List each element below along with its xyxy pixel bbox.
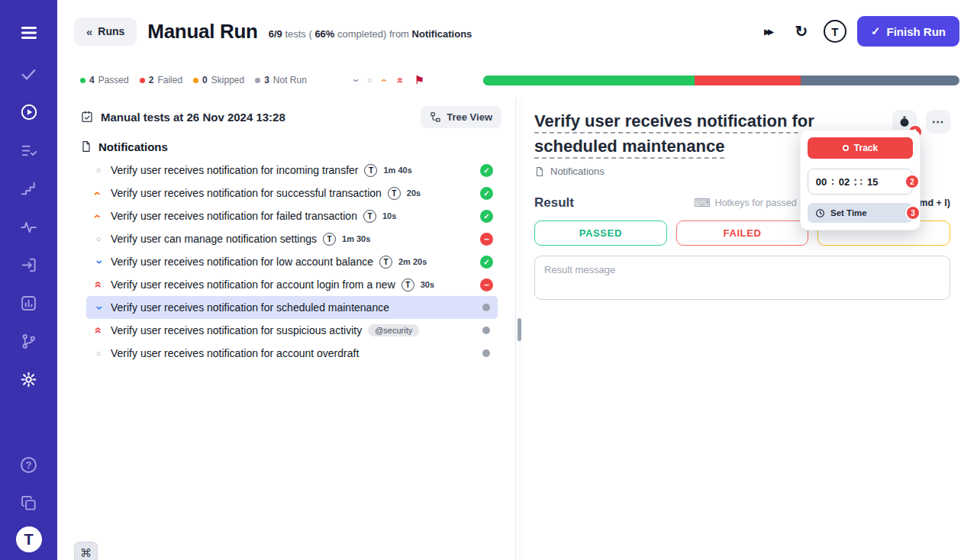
back-to-runs-button[interactable]: « Runs bbox=[74, 18, 137, 46]
check-icon: ✓ bbox=[871, 24, 881, 38]
tour-step-badge: 3 bbox=[907, 207, 919, 219]
retry-icon: ↻ bbox=[795, 22, 808, 40]
question-mark-icon: ? bbox=[21, 457, 37, 473]
priority-icon bbox=[92, 210, 105, 223]
import-icon[interactable] bbox=[12, 246, 46, 284]
automated-badge-icon: T bbox=[401, 278, 414, 291]
hours-input[interactable] bbox=[813, 176, 830, 188]
copy-docs-icon[interactable] bbox=[12, 484, 46, 522]
help-icon[interactable]: ? bbox=[12, 446, 46, 484]
priority-icon bbox=[92, 166, 105, 175]
stat-dot-0 bbox=[80, 78, 85, 83]
suite-group-notifications[interactable]: Notifications bbox=[57, 134, 515, 159]
stopwatch-icon bbox=[898, 115, 911, 128]
test-title: Verify user receives notification for su… bbox=[111, 324, 362, 336]
progress-passed bbox=[483, 76, 695, 85]
result-message-input[interactable] bbox=[534, 256, 950, 300]
test-row[interactable]: Verify user receives notification for ac… bbox=[86, 342, 498, 365]
menu-icon[interactable] bbox=[12, 11, 46, 55]
file-icon bbox=[80, 140, 92, 153]
reports-icon[interactable] bbox=[12, 284, 46, 322]
branch-icon[interactable] bbox=[12, 322, 46, 360]
test-row[interactable]: Verify user can manage notification sett… bbox=[86, 227, 498, 250]
minutes-stepper[interactable]: ▴▾ bbox=[854, 176, 856, 187]
test-row[interactable]: Verify user receives notification for fa… bbox=[86, 204, 498, 227]
automated-badge-icon: T bbox=[364, 164, 377, 177]
test-status-icon bbox=[480, 210, 493, 223]
run-icon bbox=[80, 110, 94, 124]
test-title: Verify user receives notification for ac… bbox=[111, 347, 359, 359]
test-status-icon bbox=[480, 164, 493, 177]
file-icon bbox=[534, 166, 545, 177]
seconds-input[interactable] bbox=[864, 176, 881, 188]
progress-failed bbox=[695, 76, 800, 85]
result-heading: Result bbox=[534, 195, 574, 211]
stat-notrun: 3 Not Run bbox=[255, 75, 307, 85]
test-row[interactable]: Verify user receives notification for sc… bbox=[86, 296, 498, 319]
filter-double-chevron-icon[interactable]: « bbox=[395, 77, 406, 83]
test-duration: 2m 20s bbox=[398, 257, 427, 266]
stat-dot-1 bbox=[140, 78, 145, 83]
automated-badge-icon: T bbox=[388, 187, 401, 200]
priority-icon bbox=[92, 278, 105, 291]
rerun-timer-button[interactable]: ↻ bbox=[790, 20, 813, 43]
filter-chevron-up-icon[interactable]: ‹ bbox=[379, 79, 391, 82]
app-logo[interactable]: T bbox=[16, 526, 42, 552]
test-row[interactable]: Verify user receives notification for in… bbox=[86, 159, 498, 182]
filter-flag-icon[interactable]: ⚑ bbox=[414, 75, 424, 85]
passed-button[interactable]: PASSED bbox=[534, 220, 667, 246]
minutes-input[interactable] bbox=[836, 176, 853, 188]
time-inputs: : ▴▾ : 2 bbox=[808, 169, 913, 195]
run-header: Manual tests at 26 Nov 2024 13:28 Tree V… bbox=[57, 98, 515, 134]
time-tracking-popup: Track : ▴▾ : 2 Set Time 3 bbox=[800, 130, 921, 230]
settings-gear-icon[interactable] bbox=[12, 360, 46, 398]
test-title: Verify user receives notification for ac… bbox=[111, 278, 395, 291]
app-window: ? T « Runs Manual Run 6/9 tests ( 66% co… bbox=[0, 0, 977, 560]
keyboard-icon: ⌨ bbox=[694, 196, 711, 210]
failed-button[interactable]: FAILED bbox=[676, 220, 809, 246]
finish-run-button[interactable]: ✓ Finish Run bbox=[857, 16, 959, 47]
test-title: Verify user receives notification for sc… bbox=[111, 301, 389, 314]
command-palette-button[interactable]: ⌘ bbox=[74, 542, 98, 560]
test-row[interactable]: Verify user receives notification for ac… bbox=[86, 273, 498, 296]
stat-passed: 4 Passed bbox=[80, 75, 129, 85]
test-duration: 1m 30s bbox=[342, 234, 370, 243]
test-status-icon bbox=[482, 349, 490, 357]
test-status-icon bbox=[480, 233, 493, 246]
command-icon: ⌘ bbox=[80, 546, 92, 559]
tests-icon[interactable] bbox=[12, 55, 46, 93]
priority-icon bbox=[92, 324, 105, 336]
fast-forward-button[interactable]: ▶▶ bbox=[756, 20, 779, 43]
scrollbar-thumb[interactable] bbox=[518, 318, 521, 341]
filter-chevron-down-icon[interactable]: ‹ bbox=[349, 79, 360, 82]
sidebar: ? T bbox=[0, 0, 57, 560]
run-title: Manual tests at 26 Nov 2024 13:28 bbox=[101, 111, 285, 124]
test-duration: 10s bbox=[382, 211, 396, 220]
priority-icon bbox=[92, 187, 105, 200]
runs-icon[interactable] bbox=[12, 93, 46, 131]
priority-icon bbox=[92, 235, 105, 243]
more-options-button[interactable]: ⋯ bbox=[926, 110, 950, 134]
clock-icon bbox=[815, 208, 825, 218]
test-row[interactable]: Verify user receives notification for su… bbox=[86, 319, 498, 342]
back-label: Runs bbox=[98, 25, 124, 37]
test-status-icon bbox=[480, 187, 493, 200]
steps-icon[interactable] bbox=[12, 169, 46, 208]
tree-view-button[interactable]: Tree View bbox=[421, 106, 501, 128]
track-button[interactable]: Track bbox=[808, 137, 913, 159]
brand-logo-icon: T bbox=[824, 20, 846, 43]
checklist-icon[interactable] bbox=[12, 131, 46, 169]
pulse-icon[interactable] bbox=[12, 208, 46, 246]
priority-icon bbox=[92, 256, 105, 269]
stat-dot-3 bbox=[255, 78, 260, 83]
record-dot-icon bbox=[843, 145, 849, 151]
test-duration: 20s bbox=[407, 188, 421, 198]
test-duration: 1m 40s bbox=[383, 166, 411, 175]
test-row[interactable]: Verify user receives notification for lo… bbox=[86, 250, 498, 273]
set-time-button[interactable]: Set Time 3 bbox=[808, 203, 913, 223]
test-row[interactable]: Verify user receives notification for su… bbox=[86, 182, 498, 204]
panel-divider bbox=[515, 98, 523, 560]
top-bar: « Runs Manual Run 6/9 tests ( 66% comple… bbox=[57, 0, 977, 63]
filter-circle-icon[interactable]: ○ bbox=[367, 76, 372, 85]
main-area: « Runs Manual Run 6/9 tests ( 66% comple… bbox=[57, 0, 977, 560]
